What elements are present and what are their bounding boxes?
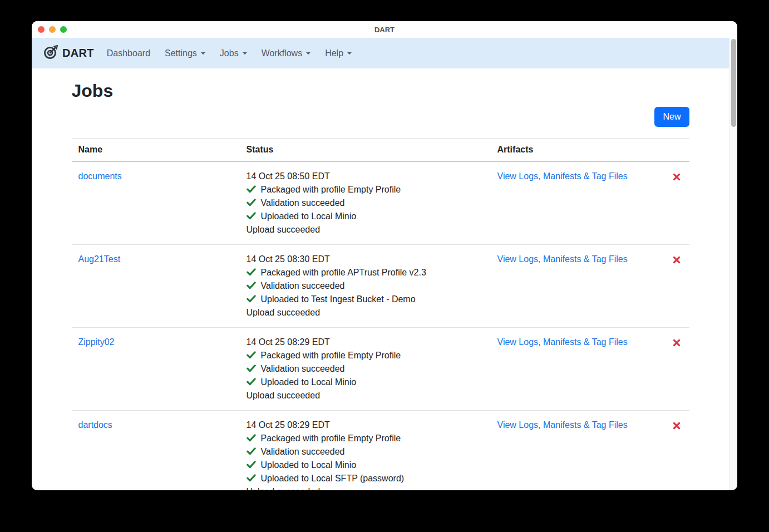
dart-target-icon <box>43 45 58 62</box>
green-check-icon <box>247 472 261 482</box>
table-header-row: Name Status Artifacts <box>72 139 689 162</box>
job-step: Uploaded to Local Minio <box>247 376 484 389</box>
job-step-label: Validation succeeded <box>261 362 345 376</box>
chevron-down-icon <box>306 52 310 55</box>
nav-item-dashboard[interactable]: Dashboard <box>100 44 157 63</box>
job-timestamp: 14 Oct 25 08:29 EDT <box>247 336 484 349</box>
green-check-icon <box>247 362 261 372</box>
window-scrollbar[interactable] <box>729 38 737 490</box>
job-step: Packaged with profile Empty Profile <box>247 432 484 445</box>
brand-home-link[interactable]: DART <box>43 45 94 62</box>
job-timestamp: 14 Oct 25 08:29 EDT <box>247 418 484 432</box>
green-check-icon <box>247 210 261 220</box>
new-job-button[interactable]: New <box>654 107 689 127</box>
delete-job-button[interactable] <box>673 170 681 185</box>
nav-item-label: Jobs <box>220 48 239 58</box>
column-header-artifacts: Artifacts <box>491 139 664 162</box>
scrollbar-thumb[interactable] <box>731 39 736 127</box>
job-step: Validation succeeded <box>247 445 484 459</box>
job-outcome: Upload succeeded <box>247 389 484 402</box>
job-step-label: Validation succeeded <box>261 196 345 210</box>
job-timestamp: 14 Oct 25 08:50 EDT <box>247 170 484 183</box>
nav-item-workflows[interactable]: Workflows <box>254 44 318 63</box>
job-name-link[interactable]: Zippity02 <box>78 337 115 347</box>
job-step-label: Packaged with profile Empty Profile <box>261 432 401 445</box>
job-step-label: Validation succeeded <box>261 445 345 459</box>
green-check-icon <box>247 445 261 455</box>
nav-item-label: Help <box>325 48 343 58</box>
green-check-icon <box>247 266 261 276</box>
nav-item-label: Workflows <box>262 48 303 58</box>
green-check-icon <box>247 376 261 386</box>
job-name-link[interactable]: documents <box>78 171 122 181</box>
job-step-label: Uploaded to Local Minio <box>261 210 357 223</box>
page-title: Jobs <box>72 80 689 101</box>
job-outcome: Upload succeeded <box>247 223 484 237</box>
job-step: Validation succeeded <box>247 196 484 210</box>
green-check-icon <box>247 459 261 469</box>
delete-job-button[interactable] <box>673 418 681 434</box>
job-step: Validation succeeded <box>247 279 484 293</box>
job-row: dartdocs14 Oct 25 08:29 EDTPackaged with… <box>72 411 689 491</box>
green-check-icon <box>247 349 261 359</box>
job-step: Validation succeeded <box>247 362 484 376</box>
chevron-down-icon <box>201 52 205 55</box>
job-step-label: Packaged with profile Empty Profile <box>261 183 401 196</box>
job-step: Uploaded to Local Minio <box>247 459 484 472</box>
job-name-link[interactable]: dartdocs <box>78 420 112 430</box>
job-name-link[interactable]: Aug21Test <box>78 254 121 264</box>
job-step-label: Packaged with profile APTrust Profile v2… <box>261 266 426 279</box>
job-step-label: Packaged with profile Empty Profile <box>261 349 401 362</box>
green-check-icon <box>247 293 261 303</box>
job-step: Packaged with profile Empty Profile <box>247 183 484 196</box>
jobs-table: Name Status Artifacts documents14 Oct 25… <box>72 138 689 490</box>
job-row: documents14 Oct 25 08:50 EDTPackaged wit… <box>72 161 689 245</box>
brand-label: DART <box>62 47 94 60</box>
job-outcome: Upload succeeded <box>247 306 484 319</box>
window-body: DART DashboardSettingsJobsWorkflowsHelp … <box>32 38 729 490</box>
chevron-down-icon <box>243 52 247 55</box>
job-step-label: Uploaded to Local SFTP (password) <box>261 472 405 485</box>
column-header-name: Name <box>72 139 240 162</box>
column-header-status: Status <box>240 139 491 162</box>
main-content: Jobs New Name Status Artifacts documents… <box>32 68 729 490</box>
view-artifacts-link[interactable]: View Logs, Manifests & Tag Files <box>497 171 628 181</box>
nav-item-label: Dashboard <box>107 48 150 58</box>
job-step-label: Validation succeeded <box>261 279 345 293</box>
delete-job-button[interactable] <box>673 336 681 351</box>
job-timestamp: 14 Oct 25 08:30 EDT <box>247 253 484 266</box>
green-check-icon <box>247 196 261 206</box>
main-navbar: DART DashboardSettingsJobsWorkflowsHelp <box>32 38 729 68</box>
green-check-icon <box>247 432 261 442</box>
job-step-label: Uploaded to Test Ingest Bucket - Demo <box>261 293 416 306</box>
view-artifacts-link[interactable]: View Logs, Manifests & Tag Files <box>497 420 628 430</box>
job-step-label: Uploaded to Local Minio <box>261 459 357 472</box>
window-title: DART <box>32 21 737 38</box>
job-step: Uploaded to Test Ingest Bucket - Demo <box>247 293 484 306</box>
delete-job-button[interactable] <box>673 253 681 268</box>
job-step: Uploaded to Local SFTP (password) <box>247 472 484 485</box>
app-window: DART DART DashboardSettingsJobsWorkflows… <box>32 21 737 490</box>
job-step: Uploaded to Local Minio <box>247 210 484 223</box>
nav-item-label: Settings <box>165 48 197 58</box>
window-titlebar: DART <box>32 21 737 38</box>
navbar-items: DashboardSettingsJobsWorkflowsHelp <box>100 44 359 63</box>
job-outcome: Upload succeeded <box>247 485 484 490</box>
green-check-icon <box>247 279 261 289</box>
nav-item-settings[interactable]: Settings <box>157 44 213 63</box>
green-check-icon <box>247 183 261 193</box>
nav-item-help[interactable]: Help <box>318 44 359 63</box>
column-header-delete <box>664 139 689 162</box>
view-artifacts-link[interactable]: View Logs, Manifests & Tag Files <box>497 337 628 347</box>
view-artifacts-link[interactable]: View Logs, Manifests & Tag Files <box>497 254 628 264</box>
job-row: Aug21Test14 Oct 25 08:30 EDTPackaged wit… <box>72 245 689 328</box>
job-step: Packaged with profile Empty Profile <box>247 349 484 362</box>
nav-item-jobs[interactable]: Jobs <box>213 44 254 63</box>
job-step: Packaged with profile APTrust Profile v2… <box>247 266 484 279</box>
job-step-label: Uploaded to Local Minio <box>261 376 357 389</box>
chevron-down-icon <box>347 52 352 55</box>
job-row: Zippity0214 Oct 25 08:29 EDTPackaged wit… <box>72 328 689 411</box>
